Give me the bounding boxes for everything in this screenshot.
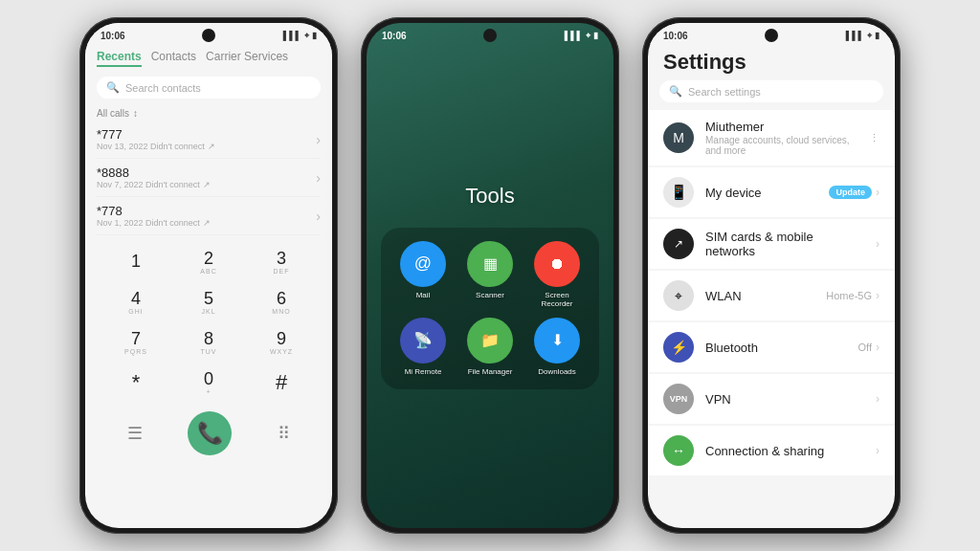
dial-key-0[interactable]: 0+ xyxy=(173,364,244,402)
dial-key-hash[interactable]: # xyxy=(246,364,317,402)
folder-title: Tools xyxy=(465,184,514,209)
search-contacts-placeholder: Search contacts xyxy=(125,82,201,94)
mydevice-content: My device xyxy=(705,186,817,200)
app-remote-label: Mi Remote xyxy=(405,367,442,376)
notch-3 xyxy=(765,29,778,42)
settings-miuthemer-content: Miuthemer Manage accounts, cloud service… xyxy=(705,120,858,156)
app-file-manager[interactable]: 📁 File Manager xyxy=(461,318,519,376)
outgoing-icon-1: ↗ xyxy=(203,180,211,189)
dial-key-5[interactable]: 5JKL xyxy=(173,283,244,321)
wlan-icon: ⌖ xyxy=(663,280,694,311)
wifi-icon: ⌖ xyxy=(304,31,309,41)
status-icons-1: ▌▌▌ ⌖ ▮ xyxy=(283,31,317,41)
outgoing-icon-0: ↗ xyxy=(208,142,215,151)
tab-recents[interactable]: Recents xyxy=(97,48,142,67)
call-item-1[interactable]: *8888 Nov 7, 2022 Didn't connect ↗ › xyxy=(97,159,321,197)
app-downloads[interactable]: ⬇ Downloads xyxy=(528,318,586,376)
call-detail-1: Nov 7, 2022 Didn't connect ↗ xyxy=(97,180,211,189)
status-icons-2: ▌▌▌ ⌖ ▮ xyxy=(565,31,598,41)
app-screen-recorder[interactable]: ⏺ Screen Recorder xyxy=(528,241,586,308)
dial-key-1[interactable]: 1 xyxy=(100,243,171,281)
dialpad-icon[interactable]: ⠿ xyxy=(278,423,290,444)
dial-key-8[interactable]: 8TUV xyxy=(173,323,244,362)
signal-icon-3: ▌▌▌ xyxy=(846,31,864,40)
all-calls-label: All calls ↕ xyxy=(85,104,332,121)
dial-key-star[interactable]: * xyxy=(100,364,171,402)
search-contacts-bar[interactable]: 🔍 Search contacts xyxy=(97,77,321,99)
sim-right: › xyxy=(876,237,880,251)
dialer-bottom: ☰ 📞 ⠿ xyxy=(85,406,332,461)
signal-icon-2: ▌▌▌ xyxy=(565,31,583,40)
sort-icon: ↕ xyxy=(133,108,138,119)
update-badge[interactable]: Update xyxy=(829,186,872,199)
dial-key-9[interactable]: 9WXYZ xyxy=(246,323,317,362)
dialpad: 1 2ABC 3DEF 4GHI 5JKL 6MNO 7PQRS 8TUV 9W… xyxy=(85,235,332,406)
mydevice-icon: 📱 xyxy=(663,177,694,208)
app-mail-label: Mail xyxy=(416,291,431,299)
phone-dialer: 10:06 ▌▌▌ ⌖ ▮ Recents Contacts Carrier S… xyxy=(79,17,338,534)
dialer-tabs: Recents Contacts Carrier Services xyxy=(85,44,332,71)
dial-key-2[interactable]: 2ABC xyxy=(173,243,244,281)
sim-content: SIM cards & mobile networks xyxy=(705,230,864,258)
wlan-network: Home-5G xyxy=(826,290,872,301)
miuthemer-more-icon: ⋮ xyxy=(869,132,880,144)
tab-contacts[interactable]: Contacts xyxy=(151,48,196,67)
app-recorder-label: Screen Recorder xyxy=(528,291,586,308)
notch xyxy=(202,29,215,42)
call-item-2[interactable]: *778 Nov 1, 2022 Didn't connect ↗ › xyxy=(97,197,321,235)
time-1: 10:06 xyxy=(100,31,125,41)
bluetooth-icon: ⚡ xyxy=(663,332,694,363)
search-icon: 🔍 xyxy=(106,81,120,94)
chevron-bluetooth: › xyxy=(876,341,880,354)
phone-home: 10:06 ▌▌▌ ⌖ ▮ Tools @ Mail ▦ Scanner ⏺ xyxy=(361,17,619,534)
settings-search-bar[interactable]: 🔍 Search settings xyxy=(659,80,883,102)
chevron-mydevice: › xyxy=(876,186,880,199)
settings-item-mydevice[interactable]: 📱 My device Update › xyxy=(648,167,895,217)
app-mi-remote[interactable]: 📡 Mi Remote xyxy=(394,318,452,376)
battery-icon: ▮ xyxy=(312,31,317,40)
time-3: 10:06 xyxy=(663,31,688,41)
dial-key-6[interactable]: 6MNO xyxy=(246,283,317,321)
vpn-title: VPN xyxy=(705,392,864,407)
bluetooth-title: Bluetooth xyxy=(705,341,847,355)
chevron-wlan: › xyxy=(876,289,880,302)
settings-item-sim[interactable]: ↗ SIM cards & mobile networks › xyxy=(648,219,895,269)
app-recorder-icon: ⏺ xyxy=(534,241,580,287)
call-item-0[interactable]: *777 Nov 13, 2022 Didn't connect ↗ › xyxy=(97,121,321,159)
settings-item-connection[interactable]: ↔ Connection & sharing › xyxy=(648,426,895,475)
app-downloads-label: Downloads xyxy=(538,367,576,376)
dial-key-4[interactable]: 4GHI xyxy=(100,283,171,321)
call-info-1: › xyxy=(316,170,321,186)
call-detail-0: Nov 13, 2022 Didn't connect ↗ xyxy=(97,142,215,151)
call-list: *777 Nov 13, 2022 Didn't connect ↗ › *88… xyxy=(85,121,332,235)
call-detail-2: Nov 1, 2022 Didn't connect ↗ xyxy=(97,218,211,228)
app-mail-icon: @ xyxy=(400,241,446,287)
call-button[interactable]: 📞 xyxy=(188,411,232,455)
dial-key-3[interactable]: 3DEF xyxy=(246,243,317,281)
settings-list: M Miuthemer Manage accounts, cloud servi… xyxy=(648,110,895,475)
settings-item-bluetooth[interactable]: ⚡ Bluetooth Off › xyxy=(648,322,895,372)
call-number-0: *777 xyxy=(97,127,215,142)
connection-title: Connection & sharing xyxy=(705,444,864,458)
battery-icon-3: ▮ xyxy=(875,31,880,40)
connection-right: › xyxy=(876,444,880,457)
settings-item-miuthemer[interactable]: M Miuthemer Manage accounts, cloud servi… xyxy=(648,110,895,165)
call-info-0: › xyxy=(316,132,321,147)
settings-item-vpn[interactable]: VPN VPN › xyxy=(648,374,895,424)
sim-icon: ↗ xyxy=(663,229,694,259)
app-scanner[interactable]: ▦ Scanner xyxy=(461,241,519,308)
settings-search-placeholder: Search settings xyxy=(688,86,761,98)
app-mail[interactable]: @ Mail xyxy=(394,241,452,308)
call-number-2: *778 xyxy=(97,204,211,218)
connection-icon: ↔ xyxy=(663,435,694,466)
menu-icon[interactable]: ☰ xyxy=(127,423,143,444)
phone-settings: 10:06 ▌▌▌ ⌖ ▮ Settings 🔍 Search settings… xyxy=(642,17,901,534)
miuthemer-right: ⋮ xyxy=(869,132,880,144)
tab-carrier-services[interactable]: Carrier Services xyxy=(206,48,288,67)
dial-key-7[interactable]: 7PQRS xyxy=(100,323,171,362)
chevron-sim: › xyxy=(876,237,880,251)
settings-item-wlan[interactable]: ⌖ WLAN Home-5G › xyxy=(648,271,895,320)
status-icons-3: ▌▌▌ ⌖ ▮ xyxy=(846,31,880,41)
search-icon-settings: 🔍 xyxy=(669,85,682,98)
app-scanner-icon: ▦ xyxy=(467,241,513,287)
